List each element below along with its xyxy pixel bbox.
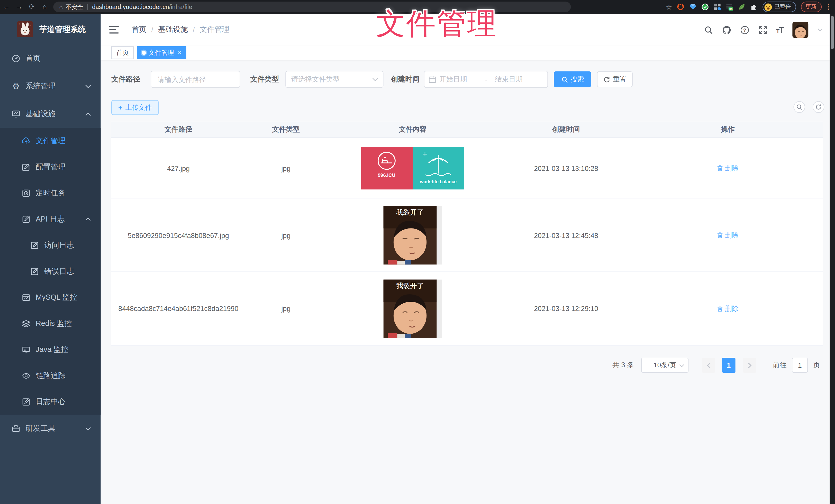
close-icon[interactable] [178,49,182,56]
file-path-input-wrap [151,71,240,88]
gear-icon: ⚙ [12,82,20,90]
search-button[interactable]: 搜索 [554,71,591,87]
sidebar-item-error-log[interactable]: 错误日志 [0,258,101,285]
pagination-total: 共 3 条 [612,358,634,373]
tabs-on-extension-icon[interactable]: on [726,3,733,10]
sidebar-item-scheduled-jobs[interactable]: 定时任务 [0,180,101,206]
sidebar: 芋道管理系统 首页 ⚙ 系统管理 基础设施 文件管理 配置管理 [0,14,101,504]
sidebar-item-api-log[interactable]: API 日志 [0,206,101,232]
trash-icon [717,232,723,238]
file-table: 文件路径 文件类型 文件内容 创建时间 操作 427.jpg jpg [111,121,823,346]
reload-icon[interactable]: ⟳ [25,0,38,14]
start-date-input[interactable]: 开始日期 [439,75,478,84]
current-page[interactable]: 1 [722,358,735,373]
tab-file-manage[interactable]: 文件管理 [137,46,186,59]
breadcrumb: 首页 / 基础设施 / 文件管理 [131,25,229,35]
delete-button[interactable]: 删除 [717,304,739,313]
sidebar-item-access-log[interactable]: 访问日志 [0,232,101,258]
sidebar-item-tracing[interactable]: 链路追踪 [0,363,101,389]
log-edit-icon [22,397,30,406]
sidebar-item-infra[interactable]: 基础设施 [0,100,101,128]
file-preview-crying-baby-meme[interactable]: 我裂开了 [383,206,442,265]
refresh-icon [815,104,822,110]
bookmark-star-icon[interactable]: ☆ [666,3,672,11]
scrollbar-thumb[interactable] [831,16,834,49]
search-icon[interactable] [704,25,713,34]
cell-created-time: 2021-03-13 12:45:48 [500,199,633,272]
page-unit-label: 页 [813,358,820,373]
sidebar-item-home[interactable]: 首页 [0,45,101,72]
log-edit-icon [30,267,39,275]
breadcrumb-infra[interactable]: 基础设施 [158,25,188,35]
sidebar-logo-row[interactable]: 芋道管理系统 [0,14,101,45]
cell-file-path: 427.jpg [111,138,246,199]
leaf-extension-icon[interactable] [738,3,746,10]
dashboard-icon [12,54,20,63]
trash-icon [717,305,723,312]
update-button[interactable]: 更新 [800,2,821,12]
sidebar-item-mysql-monitor[interactable]: MySQL 监控 [0,284,101,311]
svg-text:996.ICU: 996.ICU [378,172,395,178]
github-icon[interactable] [722,25,731,34]
brand-title: 芋道管理系统 [39,24,86,34]
overlay-page-title: 文件管理 [376,4,497,44]
delete-button[interactable]: 删除 [717,164,739,173]
url-host: dashboard.yudao.iocoder.cn [92,4,169,10]
chart-monitor-icon [22,293,30,301]
goto-page-input[interactable] [792,358,808,373]
user-avatar[interactable] [792,22,808,38]
reset-button[interactable]: 重置 [597,71,633,87]
file-preview-crying-baby-meme[interactable]: 我裂开了 [383,279,442,338]
refresh-table-button[interactable] [813,101,824,113]
plus-icon [118,104,123,111]
grid-extension-icon[interactable] [714,3,721,10]
insecure-warning-icon: ⚠ [59,4,63,10]
sidebar-item-config-manage[interactable]: 配置管理 [0,154,101,180]
chevron-up-icon [85,112,91,116]
tab-home[interactable]: 首页 [111,46,134,59]
cell-created-time: 2021-03-13 13:10:28 [500,138,633,199]
page-size-select[interactable]: 10条/页 [641,358,689,373]
page-scrollbar[interactable] [830,14,835,504]
sidebar-item-log-center[interactable]: 日志中心 [0,388,101,415]
back-icon[interactable]: ← [0,0,13,14]
browser-menu-icon[interactable] [826,4,831,10]
sidebar-item-dev-tools[interactable]: 研发工具 [0,415,101,443]
profile-paused-chip[interactable]: 已暂停 [762,2,796,12]
screen-monitor-icon [22,345,30,354]
extensions-puzzle-icon[interactable] [750,3,758,10]
fullscreen-icon[interactable] [758,25,767,34]
infra-submenu: 文件管理 配置管理 定时任务 API 日志 访问日志 错误日志 [0,128,101,415]
breadcrumb-home[interactable]: 首页 [131,25,146,35]
file-preview-996icu-banner[interactable]: 996.ICU work-life balance [361,147,464,190]
file-type-select[interactable]: 请选择文件类型 [285,71,383,88]
chevron-down-icon [679,364,684,367]
col-file-path: 文件路径 [111,121,246,137]
delete-button[interactable]: 删除 [717,231,739,240]
date-range-picker[interactable]: 开始日期 - 结束日期 [424,71,548,88]
prev-page-button[interactable] [702,358,715,373]
ubuntu-extension-icon[interactable] [677,3,684,10]
refresh-icon [603,76,610,83]
tags-view-bar: 首页 文件管理 [101,46,830,60]
upload-file-button[interactable]: 上传文件 [111,100,159,115]
gem-extension-icon[interactable] [689,3,696,10]
file-path-input[interactable] [157,75,234,84]
end-date-input[interactable]: 结束日期 [495,75,523,84]
next-page-button[interactable] [743,358,756,373]
help-icon[interactable]: ? [740,25,749,34]
forward-icon[interactable]: → [13,0,26,14]
sidebar-item-file-manage[interactable]: 文件管理 [0,128,101,154]
home-icon[interactable]: ⌂ [38,0,51,14]
sidebar-item-redis-monitor[interactable]: Redis 监控 [0,311,101,337]
cloud-upload-icon [22,136,30,145]
layers-icon [22,319,30,328]
toggle-search-button[interactable] [793,101,805,113]
sidebar-item-java-monitor[interactable]: Java 监控 [0,336,101,363]
avatar-caret-icon[interactable] [817,28,823,31]
font-size-icon[interactable]: TT [776,25,783,34]
brand-logo-rabbit-icon [17,21,33,37]
sidebar-item-system[interactable]: ⚙ 系统管理 [0,72,101,100]
sidebar-collapse-icon[interactable] [109,26,119,34]
green-circle-extension-icon[interactable] [701,3,709,10]
